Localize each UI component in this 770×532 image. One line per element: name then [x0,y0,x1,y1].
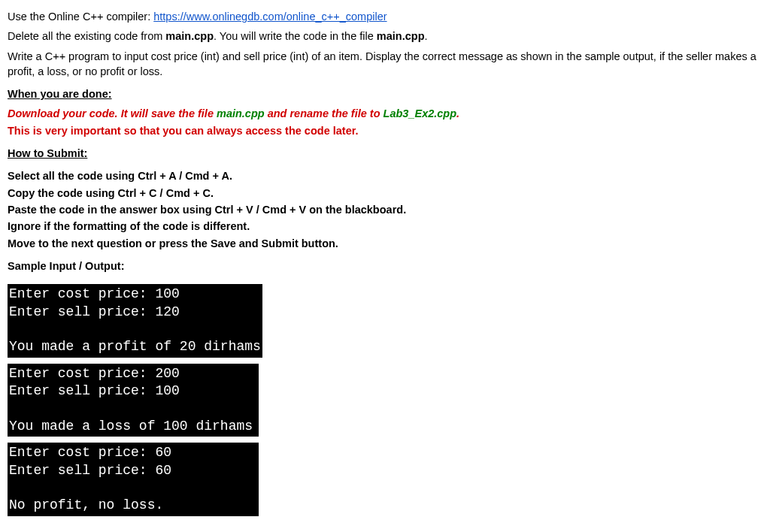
when-done-heading: When you are done: [8,86,762,101]
delete-line: Delete all the existing code from main.c… [8,29,762,44]
submit-step: Select all the code using Ctrl + A / Cmd… [8,168,762,183]
sample-heading: Sample Input / Output: [8,258,762,274]
console-output: Enter cost price: 60 Enter sell price: 6… [8,443,259,516]
important-line: This is very important so that you can a… [8,123,762,138]
submit-step: Move to the next question or press the S… [8,236,762,251]
compiler-line: Use the Online C++ compiler: https://www… [8,9,762,24]
submit-step: Ignore if the formatting of the code is … [8,219,762,234]
submit-step: Copy the code using Ctrl + C / Cmd + C. [8,186,762,201]
compiler-link[interactable]: https://www.onlinegdb.com/online_c++_com… [153,11,387,23]
console-output: Enter cost price: 200 Enter sell price: … [8,364,259,437]
main-file-2: main.cpp [377,30,425,42]
task-description: Write a C++ program to input cost price … [8,49,762,80]
compiler-prefix: Use the Online C++ compiler: [8,11,153,23]
submit-step: Paste the code in the answer box using C… [8,202,762,217]
submit-steps: Select all the code using Ctrl + A / Cmd… [8,168,762,250]
saved-file: main.cpp [217,107,265,119]
main-file-1: main.cpp [165,30,214,42]
download-line: Download your code. It will save the fil… [8,106,762,121]
how-submit-heading: How to Submit: [8,146,762,161]
renamed-file: Lab3_Ex2.cpp [383,107,457,119]
console-output: Enter cost price: 100 Enter sell price: … [8,284,262,358]
